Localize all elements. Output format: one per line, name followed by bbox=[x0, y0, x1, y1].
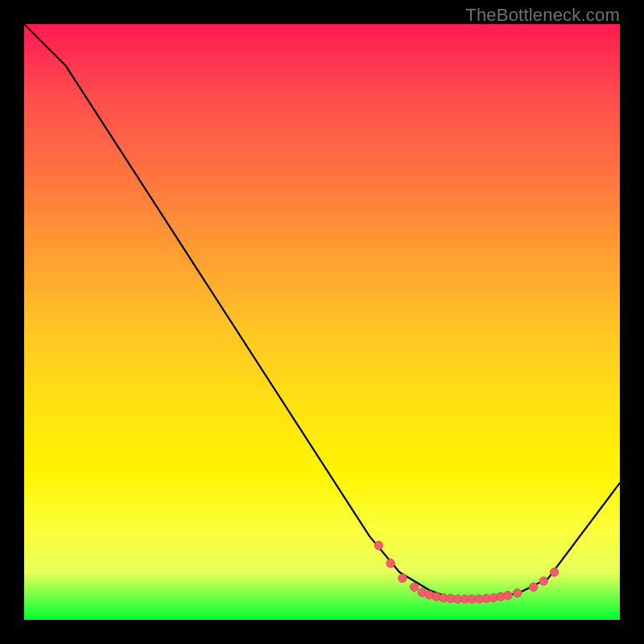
bottleneck-curve bbox=[24, 24, 620, 599]
curve-marker bbox=[530, 583, 538, 591]
chart-frame: TheBottleneck.com bbox=[0, 0, 644, 644]
curve-marker bbox=[398, 574, 407, 582]
chart-svg bbox=[24, 24, 620, 620]
curve-markers bbox=[374, 541, 559, 603]
curve-marker bbox=[504, 591, 512, 599]
curve-marker bbox=[386, 559, 394, 568]
plot-area bbox=[24, 24, 620, 620]
curve-marker bbox=[514, 589, 522, 597]
curve-marker bbox=[539, 577, 547, 585]
watermark-text: TheBottleneck.com bbox=[465, 5, 620, 26]
curve-marker bbox=[411, 583, 419, 591]
curve-marker bbox=[550, 568, 558, 576]
curve-marker bbox=[374, 541, 382, 549]
